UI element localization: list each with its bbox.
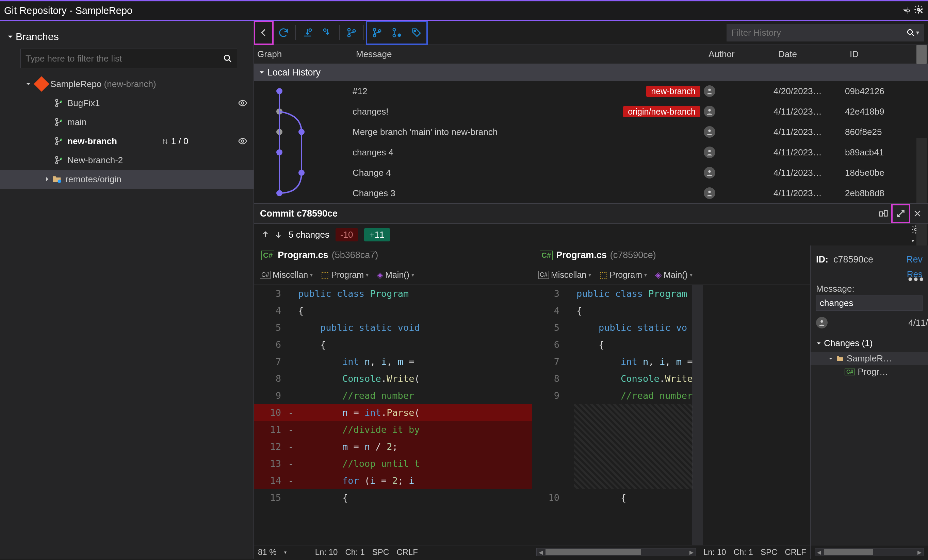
svg-point-1	[224, 55, 229, 60]
branches-header[interactable]: Branches	[0, 21, 253, 47]
status-bar-right: ◂ ▸ Ln: 10 Ch: 1 SPC CRLF	[532, 545, 810, 558]
commit-row[interactable]: Changes 34/11/2023…2eb8b8d8	[254, 183, 916, 203]
svg-point-18	[324, 29, 327, 32]
csharp-icon: C#	[261, 251, 274, 260]
svg-point-16	[58, 180, 61, 183]
branch-remote-button[interactable]	[387, 23, 407, 43]
repo-row[interactable]: SampleRepo (new-branch)	[0, 75, 253, 93]
compare-icon[interactable]	[878, 208, 888, 219]
branch-row-new-branch-2[interactable]: New-branch-2	[0, 151, 253, 170]
nav-class-dd[interactable]: ⬚Program▾	[317, 269, 372, 281]
more-icon[interactable]: ●●●	[908, 274, 925, 283]
nav-project-dd[interactable]: C#Miscellan▾	[256, 269, 316, 281]
nav-breadcrumbs-left: C#Miscellan▾ ⬚Program▾ ◈Main()▾	[254, 265, 532, 285]
commit-row[interactable]: Change 44/11/2023…18d5e0be	[254, 163, 916, 183]
repo-icon	[34, 76, 49, 91]
branch-row-new-branch[interactable]: new-branch ↑↓ 1 / 0	[0, 132, 253, 151]
gear-icon[interactable]	[914, 5, 923, 14]
expand-button[interactable]	[891, 204, 910, 223]
code-line: 10 {	[532, 489, 693, 506]
branches-panel: Branches SampleRepo (new-branch)	[0, 21, 254, 558]
diff-view: C# Program.cs (5b368ca7) C#Miscellan▾ ⬚P…	[254, 245, 928, 558]
diff-right-pane: C# Program.cs (c78590ce) C#Miscellan▾ ⬚P…	[532, 245, 810, 558]
search-icon[interactable]	[223, 54, 232, 63]
close-icon[interactable]	[913, 209, 922, 218]
svg-point-14	[55, 161, 58, 164]
nav-project-dd[interactable]: C#Miscellan▾	[535, 269, 595, 281]
title-bar: Git Repository - SampleRepo	[0, 0, 928, 20]
svg-point-23	[373, 34, 376, 37]
next-change-button[interactable]	[274, 231, 282, 239]
horizontal-scrollbar[interactable]: ◂▸	[815, 548, 924, 556]
changes-tree-header[interactable]: Changes (1)	[810, 335, 928, 352]
window-title: Git Repository - SampleRepo	[4, 5, 132, 16]
changes-folder-row[interactable]: SampleR…	[810, 352, 928, 365]
svg-point-12	[242, 140, 244, 143]
nav-member-dd[interactable]: ◈Main()▾	[652, 269, 696, 281]
pull-button[interactable]	[317, 23, 337, 43]
svg-point-46	[820, 320, 823, 323]
svg-point-28	[414, 30, 416, 32]
svg-point-27	[398, 33, 401, 37]
remotes-row[interactable]: remotes/origin	[0, 170, 253, 189]
horizontal-scrollbar[interactable]: ◂ ▸	[536, 548, 696, 556]
diff-file-header-left: C# Program.cs (5b368ca7)	[254, 245, 532, 265]
avatar	[704, 146, 715, 158]
branch-icon	[55, 137, 64, 146]
status-bar-left: 81 %▾ Ln: 10 Ch: 1 SPC CRLF	[254, 545, 532, 558]
local-history-section[interactable]: Local History	[254, 64, 928, 81]
branch-row-main[interactable]: main	[0, 113, 253, 132]
content-area: ▾ Graph Message Author Date ID Local His…	[254, 21, 928, 558]
changes-summary-bar: 5 changes -10 +11 ▾	[254, 224, 928, 245]
tag-button[interactable]	[407, 23, 426, 43]
dropdown-icon[interactable]: ▾	[916, 29, 919, 37]
svg-point-39	[708, 129, 711, 132]
commit-message-box[interactable]: changes	[816, 295, 923, 311]
commit-row[interactable]: #12new-branch4/20/2023…09b42126	[254, 81, 916, 101]
scrollbar-thumb[interactable]	[916, 45, 926, 64]
svg-point-7	[55, 123, 58, 126]
svg-point-25	[393, 29, 396, 31]
svg-point-2	[55, 99, 58, 102]
diff-left-pane: C# Program.cs (5b368ca7) C#Miscellan▾ ⬚P…	[254, 245, 532, 558]
code-editor-left[interactable]: 3public class Program4{5 public static v…	[254, 285, 532, 545]
chevron-down-icon	[828, 356, 833, 361]
branch-row-bugfix1[interactable]: BugFix1	[0, 93, 253, 113]
branch-tracking: ↑↓ 1 / 0	[162, 136, 189, 146]
prev-change-button[interactable]	[261, 231, 270, 239]
avatar	[704, 85, 715, 97]
changes-file-row[interactable]: C# Progr…	[810, 365, 928, 379]
avatar	[704, 106, 715, 117]
eye-icon[interactable]	[238, 98, 247, 108]
csharp-icon: C#	[540, 251, 553, 260]
commit-row[interactable]: changes!origin/new-branch4/11/2023…42e41…	[254, 101, 916, 122]
code-editor-right[interactable]: 3public class Program4{5 public static v…	[532, 285, 810, 545]
svg-point-29	[908, 30, 912, 34]
filter-history-input[interactable]: ▾	[727, 24, 924, 41]
vertical-scrollbar[interactable]	[693, 285, 703, 545]
eye-icon[interactable]	[238, 136, 247, 146]
back-button[interactable]	[254, 21, 273, 45]
revert-link[interactable]: Rev	[906, 254, 923, 265]
branch-graph-button[interactable]	[367, 23, 387, 43]
nav-breadcrumbs-right: C#Miscellan▾ ⬚Program▾ ◈Main()▾	[532, 265, 810, 285]
commit-row[interactable]: Merge branch 'main' into new-branch4/11/…	[254, 122, 916, 142]
svg-point-40	[708, 150, 711, 152]
branch-icon	[55, 118, 64, 126]
commit-row[interactable]: changes 44/11/2023…b89acb41	[254, 142, 916, 163]
fetch-button[interactable]	[298, 23, 317, 43]
history-toolbar: ▾	[254, 21, 928, 45]
commit-detail-header: Commit c78590ce	[254, 203, 928, 224]
dropdown-icon[interactable]	[902, 8, 908, 14]
svg-point-17	[309, 29, 312, 32]
nav-member-dd[interactable]: ◈Main()▾	[373, 269, 418, 281]
search-icon[interactable]	[907, 29, 915, 37]
refresh-button[interactable]	[273, 23, 293, 43]
branch-button[interactable]	[342, 23, 362, 43]
chevron-down-icon	[816, 341, 821, 346]
commit-list: #12new-branch4/20/2023…09b42126changes!o…	[254, 81, 928, 203]
folder-icon	[52, 174, 62, 184]
branch-filter-input[interactable]	[20, 49, 237, 68]
svg-point-13	[55, 157, 58, 159]
nav-class-dd[interactable]: ⬚Program▾	[596, 269, 650, 281]
